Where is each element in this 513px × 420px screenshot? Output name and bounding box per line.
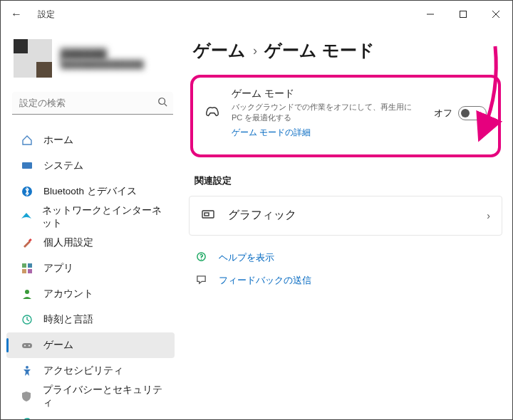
nav-list: ホーム システム Bluetooth とデバイス ネットワークとインターネット … bbox=[1, 127, 185, 419]
search-input[interactable] bbox=[12, 92, 173, 115]
sidebar-item-label: アプリ bbox=[43, 262, 73, 275]
breadcrumb-parent[interactable]: ゲーム bbox=[193, 39, 246, 62]
sidebar-item-label: Bluetooth とデバイス bbox=[43, 185, 137, 198]
svg-rect-12 bbox=[28, 269, 32, 273]
back-button[interactable]: ← bbox=[11, 8, 25, 21]
sidebar-item-label: プライバシーとセキュリティ bbox=[43, 384, 165, 409]
clock-globe-icon bbox=[21, 313, 33, 326]
graphics-row[interactable]: グラフィック › bbox=[189, 196, 502, 236]
game-mode-card: ゲーム モード バックグラウンドでの作業をオフにして、再生用に PC を最適化す… bbox=[190, 75, 501, 157]
graphics-label: グラフィック bbox=[228, 208, 296, 223]
game-icon bbox=[21, 339, 33, 352]
sidebar-item-label: Windows Update bbox=[43, 417, 116, 420]
search-box bbox=[12, 92, 173, 115]
svg-point-16 bbox=[24, 345, 26, 347]
svg-rect-20 bbox=[204, 213, 209, 216]
breadcrumb: ゲーム › ゲーム モード bbox=[193, 39, 502, 62]
apps-icon bbox=[21, 262, 33, 275]
svg-point-13 bbox=[25, 290, 29, 294]
home-icon bbox=[21, 134, 33, 147]
window-controls bbox=[414, 1, 512, 28]
main-content: ゲーム › ゲーム モード ゲーム モード バックグラウンドでの作業をオフにして… bbox=[185, 28, 512, 419]
minimize-button[interactable] bbox=[414, 1, 447, 28]
search-icon bbox=[157, 97, 167, 109]
sidebar-item-apps[interactable]: アプリ bbox=[6, 256, 175, 281]
sidebar-item-gaming[interactable]: ゲーム bbox=[6, 332, 175, 358]
svg-rect-9 bbox=[22, 263, 26, 268]
chevron-right-icon: › bbox=[487, 210, 490, 221]
system-icon bbox=[21, 159, 33, 172]
card-title: ゲーム モード bbox=[232, 88, 424, 100]
brush-icon bbox=[21, 236, 33, 249]
page-title: ゲーム モード bbox=[264, 39, 375, 62]
svg-line-5 bbox=[165, 104, 167, 107]
profile-name: ██████ bbox=[61, 48, 144, 60]
svg-rect-6 bbox=[22, 162, 32, 169]
sidebar-item-windows-update[interactable]: Windows Update bbox=[6, 409, 175, 419]
game-mode-icon bbox=[204, 104, 222, 122]
feedback-link-row[interactable]: フィードバックの送信 bbox=[196, 274, 502, 287]
update-icon bbox=[21, 416, 33, 419]
graphics-icon bbox=[201, 207, 215, 224]
help-icon bbox=[196, 251, 207, 264]
sidebar-item-network[interactable]: ネットワークとインターネット bbox=[6, 204, 175, 230]
svg-point-17 bbox=[28, 345, 30, 347]
svg-point-4 bbox=[159, 98, 165, 105]
feedback-icon bbox=[196, 274, 207, 287]
shield-icon bbox=[21, 390, 33, 403]
accessibility-icon bbox=[21, 364, 33, 377]
profile-email: ███████████████ bbox=[61, 60, 144, 68]
chevron-right-icon: › bbox=[253, 43, 257, 58]
sidebar-item-privacy[interactable]: プライバシーとセキュリティ bbox=[6, 384, 175, 409]
titlebar: ← 設定 bbox=[1, 1, 512, 28]
sidebar-item-time-language[interactable]: 時刻と言語 bbox=[6, 307, 175, 332]
sidebar: ██████ ███████████████ ホーム システム bbox=[1, 28, 185, 419]
svg-point-22 bbox=[201, 258, 202, 259]
svg-point-18 bbox=[26, 366, 28, 369]
sidebar-item-personalization[interactable]: 個人用設定 bbox=[6, 230, 175, 256]
sidebar-item-system[interactable]: システム bbox=[6, 153, 175, 179]
sidebar-item-label: システム bbox=[43, 159, 83, 172]
sidebar-item-label: ネットワークとインターネット bbox=[42, 204, 165, 230]
svg-rect-11 bbox=[22, 269, 26, 273]
window-title: 設定 bbox=[38, 9, 55, 21]
close-button[interactable] bbox=[480, 1, 512, 28]
sidebar-item-label: ホーム bbox=[43, 134, 73, 147]
sidebar-item-label: アクセシビリティ bbox=[43, 364, 123, 377]
feedback-link: フィードバックの送信 bbox=[219, 274, 311, 287]
game-mode-details-link[interactable]: ゲーム モードの詳細 bbox=[232, 127, 311, 139]
profile-block[interactable]: ██████ ███████████████ bbox=[1, 32, 185, 86]
wifi-icon bbox=[21, 211, 32, 224]
svg-rect-15 bbox=[22, 343, 32, 348]
related-settings-heading: 関連設定 bbox=[195, 174, 502, 187]
sidebar-item-accessibility[interactable]: アクセシビリティ bbox=[6, 358, 175, 384]
sidebar-item-bluetooth[interactable]: Bluetooth とデバイス bbox=[6, 179, 175, 204]
bluetooth-icon bbox=[21, 185, 33, 198]
sidebar-item-label: 時刻と言語 bbox=[43, 313, 93, 326]
sidebar-item-label: ゲーム bbox=[43, 339, 73, 352]
maximize-button[interactable] bbox=[447, 1, 480, 28]
help-link-row[interactable]: ヘルプを表示 bbox=[196, 251, 502, 264]
svg-rect-1 bbox=[460, 11, 467, 18]
sidebar-item-home[interactable]: ホーム bbox=[6, 127, 175, 153]
game-mode-toggle[interactable] bbox=[458, 106, 487, 120]
sidebar-item-label: 個人用設定 bbox=[43, 236, 93, 249]
account-icon bbox=[21, 288, 33, 300]
help-link: ヘルプを表示 bbox=[219, 251, 274, 264]
sidebar-item-label: アカウント bbox=[43, 288, 93, 300]
svg-rect-10 bbox=[28, 263, 32, 268]
card-description: バックグラウンドでの作業をオフにして、再生用に PC を最適化する bbox=[232, 102, 424, 124]
settings-window: ← 設定 ██████ ███████████████ bbox=[0, 0, 513, 420]
sidebar-item-accounts[interactable]: アカウント bbox=[6, 281, 175, 307]
avatar bbox=[14, 39, 52, 78]
toggle-state-label: オフ bbox=[434, 107, 452, 120]
